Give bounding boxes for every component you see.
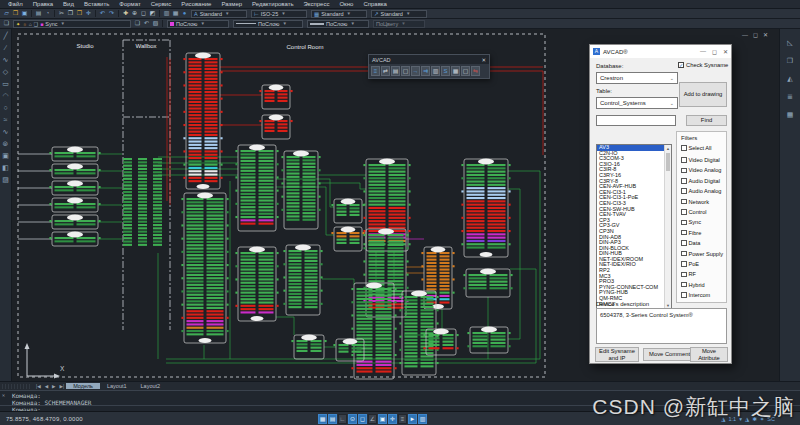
menu-Размер[interactable]: Размер (216, 0, 247, 9)
menu-Формат[interactable]: Формат (114, 0, 145, 9)
restore-icon[interactable]: ◻ (753, 32, 758, 38)
spline-icon[interactable]: ∿ (3, 128, 9, 135)
match-properties-icon[interactable]: ✛ (84, 9, 93, 18)
layer-previous-icon[interactable]: ↶ (142, 19, 151, 28)
device-search-input[interactable] (596, 115, 676, 126)
schematic-wire[interactable] (318, 183, 366, 189)
filter-rf[interactable]: RF (681, 271, 724, 277)
erase-icon[interactable]: ◺ (780, 39, 800, 47)
snap-toggle[interactable]: ▦ (318, 414, 327, 424)
menu-Файл[interactable]: Файл (3, 0, 28, 9)
sheet-set-manager-icon[interactable]: ● (180, 9, 189, 18)
schematic-device[interactable] (283, 245, 322, 316)
menu-Окно[interactable]: Окно (334, 0, 358, 9)
properties-palette-icon[interactable]: ▥ (162, 9, 171, 18)
otrack-toggle[interactable]: ∠ (368, 414, 377, 424)
ellipse-icon[interactable]: ⊜ (3, 140, 9, 147)
make-object-layer-current-icon[interactable]: ❏ (133, 19, 142, 28)
save-icon[interactable]: ▣ (20, 9, 29, 18)
menu-Сервис[interactable]: Сервис (146, 0, 177, 9)
arc-icon[interactable]: ◠ (2, 92, 8, 99)
schematic-device[interactable] (259, 85, 292, 110)
multileader-style-combo[interactable]: ↗Standard▼ (371, 10, 427, 18)
avcad-tool-7[interactable]: ▥ (431, 66, 440, 76)
filter-audio-digital[interactable]: Audio Digital (681, 178, 724, 184)
insert-block-icon[interactable]: ▣ (2, 152, 9, 159)
chevron-down-icon[interactable]: ▼ (406, 11, 410, 16)
add-to-drawing-button[interactable]: Add to drawing (679, 82, 727, 107)
schematic-wire[interactable] (322, 279, 354, 285)
avcad-tool-5[interactable]: → (411, 66, 420, 76)
menu-Экспресс[interactable]: Экспресс (299, 0, 335, 9)
plot-icon[interactable]: ▤ (34, 9, 43, 18)
schematic-wire[interactable] (276, 317, 294, 335)
plotstyle-combo[interactable]: ПоЦвету▼ (373, 20, 425, 28)
revision-cloud-icon[interactable]: ≈ (4, 116, 8, 123)
cut-icon[interactable]: ✂ (57, 9, 66, 18)
menu-Вид[interactable]: Вид (58, 0, 79, 9)
schematic-device[interactable] (153, 158, 162, 246)
chevron-down-icon[interactable]: ▼ (61, 21, 65, 26)
menu-Справка[interactable]: Справка (358, 0, 392, 9)
schematic-wire[interactable] (508, 171, 540, 359)
schematic-device[interactable] (463, 269, 512, 298)
schematic-wire[interactable] (508, 189, 520, 339)
filter-power-supply[interactable]: Power Supply (681, 251, 724, 257)
filter-network[interactable]: Network (681, 199, 724, 205)
layer-combo[interactable]: ✦☼⌂❑■Sync▼ (13, 20, 131, 28)
tab-layout2[interactable]: Layout2 (134, 383, 168, 389)
schematic-wire[interactable] (510, 269, 536, 363)
find-button[interactable]: Find (686, 115, 727, 126)
polygon-icon[interactable]: ◇ (3, 68, 8, 75)
layer-properties-icon[interactable]: ❏ (2, 19, 11, 28)
grid-toggle[interactable]: ▤ (328, 414, 337, 424)
copy-icon[interactable]: ❐ (780, 57, 800, 65)
avcad-tool-6[interactable]: ⇉ (421, 66, 430, 76)
make-block-icon[interactable]: ◧ (2, 164, 9, 171)
paste-icon[interactable]: ❒ (75, 9, 84, 18)
avcad-toolbar-titlebar[interactable]: AVCAD ✕ (369, 55, 489, 64)
schematic-device[interactable] (235, 145, 278, 232)
schematic-device[interactable] (49, 232, 100, 247)
schematic-device[interactable] (49, 147, 100, 162)
text-style-combo[interactable]: AStandard▼ (191, 10, 247, 18)
lwt-toggle[interactable]: ≡ (398, 414, 407, 424)
offset-icon[interactable]: ≣ (780, 93, 800, 101)
dialog-titlebar[interactable]: A AVCAD® —◻✕ (590, 45, 731, 58)
ortho-toggle[interactable]: ∟ (338, 414, 347, 424)
avcad-tool-9[interactable]: ▦ (451, 66, 460, 76)
plot-preview-icon[interactable]: ◔ (43, 9, 52, 18)
minimize-icon[interactable]: — (742, 32, 748, 38)
rectangle-icon[interactable]: ▭ (2, 80, 9, 87)
schematic-device[interactable] (49, 215, 100, 230)
schematic-device[interactable] (259, 115, 292, 140)
polyline-icon[interactable]: ∿ (3, 56, 9, 63)
filter-intercom[interactable]: Intercom (681, 292, 724, 298)
tab-nav-arrow[interactable]: ▶ (50, 384, 57, 389)
mirror-icon[interactable]: ◭ (780, 75, 800, 83)
schematic-device[interactable] (399, 291, 438, 376)
menu-Правка[interactable]: Правка (28, 0, 58, 9)
schematic-device[interactable] (467, 327, 510, 354)
open-icon[interactable]: ❐ (11, 9, 20, 18)
chevron-down-icon[interactable]: ▼ (281, 11, 285, 16)
table-select[interactable]: Control_Systems⌄ (596, 97, 678, 109)
filter-poe[interactable]: PoE (681, 261, 724, 267)
schematic-device[interactable] (235, 247, 278, 322)
tab-nav-arrow[interactable]: ◀ (43, 384, 50, 389)
zoom-previous-icon[interactable]: ◩ (148, 9, 157, 18)
avcad-tool-4[interactable]: ▢ (401, 66, 410, 76)
dyn-toggle[interactable]: ✛ (388, 414, 397, 424)
new-icon[interactable]: ▱ (2, 9, 11, 18)
filter-hybrid[interactable]: Hybrid (681, 282, 724, 288)
avcad-tool-1[interactable]: ≡ (371, 66, 380, 76)
table-style-combo[interactable]: ▦Standard▼ (311, 10, 367, 18)
chevron-down-icon[interactable]: ▼ (350, 21, 354, 26)
line-icon[interactable]: ╱ (3, 32, 7, 39)
schematic-device[interactable] (331, 227, 364, 252)
schematic-device[interactable] (138, 158, 147, 246)
quick-properties-toggle[interactable]: ► (408, 414, 417, 424)
list-scrollbar[interactable]: ▲ ▼ (664, 145, 671, 309)
scroll-up-icon[interactable]: ▲ (665, 145, 671, 152)
chevron-down-icon[interactable]: ▼ (347, 11, 351, 16)
